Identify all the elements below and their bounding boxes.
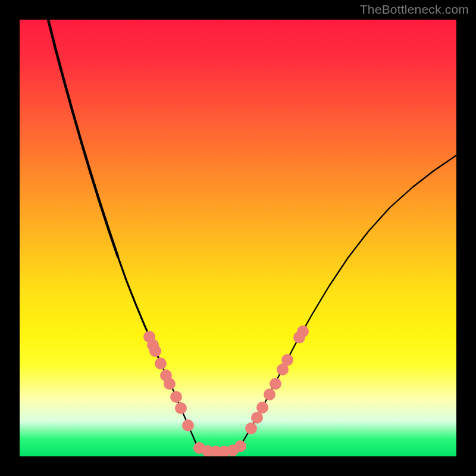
marker-group [143,325,309,456]
plot-area [20,20,456,456]
data-point [164,378,176,390]
data-point [270,378,281,390]
series-left-thick [48,20,118,256]
chart-overlay [20,20,456,456]
data-point [149,345,161,357]
data-point [234,440,246,452]
data-point [251,412,263,424]
data-point [297,325,309,337]
data-point [182,419,194,431]
watermark-text: TheBottleneck.com [360,2,469,17]
data-point [281,354,293,366]
data-point [155,358,167,369]
data-point [256,402,268,414]
data-point [170,391,182,403]
data-point [175,402,187,414]
data-point [245,422,257,434]
data-point [264,389,275,400]
curve-group [48,20,456,452]
chart-frame: TheBottleneck.com [0,0,476,476]
